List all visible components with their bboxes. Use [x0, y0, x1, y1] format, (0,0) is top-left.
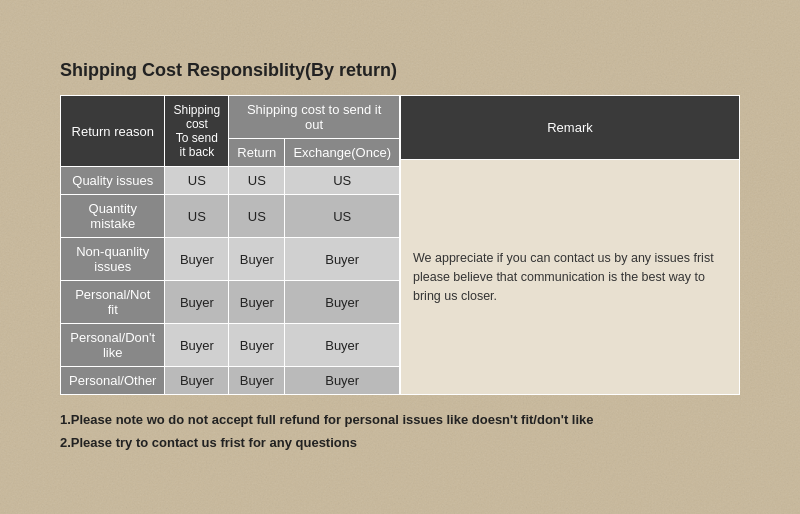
- table-cell: US: [285, 167, 400, 195]
- col-remark-header: Remark: [401, 96, 740, 160]
- table-row-label: Non-quanlity issues: [61, 238, 165, 281]
- table-row-label: Quality issues: [61, 167, 165, 195]
- table-cell: Buyer: [165, 281, 229, 324]
- table-cell: Buyer: [285, 367, 400, 395]
- remark-cell: We appreciate if you can contact us by a…: [401, 160, 740, 395]
- col-shipping-out-header: Shipping cost to send it out: [229, 96, 400, 139]
- page-title: Shipping Cost Responsiblity(By return): [60, 60, 740, 81]
- table-row-label: Personal/Don't like: [61, 324, 165, 367]
- col-exchange-sub: Exchange(Once): [285, 139, 400, 167]
- table-row-label: Personal/Other: [61, 367, 165, 395]
- table-cell: Buyer: [165, 367, 229, 395]
- table-cell: Buyer: [229, 238, 285, 281]
- table-cell: Buyer: [285, 281, 400, 324]
- table-cell: Buyer: [229, 367, 285, 395]
- table-wrapper: Return reason Shipping cost To send it b…: [60, 95, 740, 395]
- table-cell: US: [285, 195, 400, 238]
- table-cell: Buyer: [285, 238, 400, 281]
- table-cell: Buyer: [229, 324, 285, 367]
- footnote-2: 2.Please try to contact us frist for any…: [60, 432, 740, 454]
- table-cell: US: [165, 195, 229, 238]
- table-cell: Buyer: [229, 281, 285, 324]
- table-row-label: Quantity mistake: [61, 195, 165, 238]
- footnote-1: 1.Please note wo do not accept full refu…: [60, 409, 740, 431]
- main-container: Shipping Cost Responsiblity(By return) R…: [40, 40, 760, 473]
- table-cell: Buyer: [165, 238, 229, 281]
- table-cell: US: [229, 195, 285, 238]
- shipping-table: Return reason Shipping cost To send it b…: [60, 95, 400, 395]
- col-shipping-back: Shipping cost To send it back: [165, 96, 229, 167]
- footnotes: 1.Please note wo do not accept full refu…: [60, 409, 740, 453]
- col-return-sub: Return: [229, 139, 285, 167]
- table-cell: US: [165, 167, 229, 195]
- table-row-label: Personal/Not fit: [61, 281, 165, 324]
- table-cell: Buyer: [285, 324, 400, 367]
- table-cell: Buyer: [165, 324, 229, 367]
- table-cell: US: [229, 167, 285, 195]
- col-return-reason: Return reason: [61, 96, 165, 167]
